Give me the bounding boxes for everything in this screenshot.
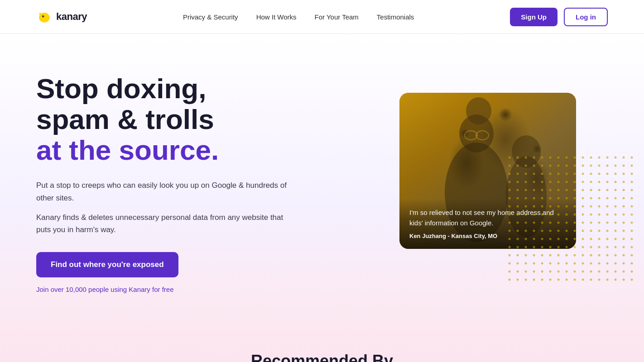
hero-content: Stop doxing, spam & trolls at the source… xyxy=(36,73,290,293)
signup-button[interactable]: Sign Up xyxy=(510,8,557,26)
hero-subtext2: Kanary finds & deletes unnecessary perso… xyxy=(36,211,290,236)
dot-grid-decoration xyxy=(508,156,635,283)
logo-link[interactable]: kanary xyxy=(36,9,87,25)
bottom-title: Recommended By The Best In Privacy & Sec… xyxy=(36,351,608,362)
svg-point-5 xyxy=(466,97,491,124)
hero-headline: Stop doxing, spam & trolls at the source… xyxy=(36,73,290,166)
headline-purple: at the source. xyxy=(36,135,290,166)
bottom-section: Recommended By The Best In Privacy & Sec… xyxy=(0,324,644,362)
bottom-line1: Recommended By xyxy=(36,351,608,362)
hero-section: Stop doxing, spam & trolls at the source… xyxy=(0,34,644,324)
svg-point-2 xyxy=(43,16,44,17)
svg-rect-12 xyxy=(508,156,635,283)
nav-link-testimonials[interactable]: Testimonials xyxy=(377,13,414,21)
svg-point-1 xyxy=(42,15,44,18)
nav-link-for-your-team[interactable]: For Your Team xyxy=(315,13,359,21)
navbar: kanary Privacy & Security How It Works F… xyxy=(0,0,644,34)
nav-links: Privacy & Security How It Works For Your… xyxy=(183,13,414,21)
nav-actions: Sign Up Log in xyxy=(510,8,608,26)
hero-subtext1: Put a stop to creeps who can easily look… xyxy=(36,179,290,204)
nav-link-privacy[interactable]: Privacy & Security xyxy=(183,13,238,21)
headline-line2: spam & trolls xyxy=(36,104,214,135)
nav-link-how-it-works[interactable]: How It Works xyxy=(256,13,297,21)
dot-grid-svg xyxy=(508,156,635,283)
logo-bird-icon xyxy=(36,9,53,25)
logo-wordmark: kanary xyxy=(56,11,87,23)
login-button[interactable]: Log in xyxy=(564,8,608,26)
join-text[interactable]: Join over 10,000 people using Kanary for… xyxy=(36,286,290,293)
testimonial-author: Ken Juzhang - Kansas City, MO xyxy=(409,233,497,239)
cta-button[interactable]: Find out where you're exposed xyxy=(36,252,178,277)
headline-line1: Stop doxing, xyxy=(36,73,206,104)
hero-image-area: I'm so relieved to not see my home addre… xyxy=(399,93,608,274)
